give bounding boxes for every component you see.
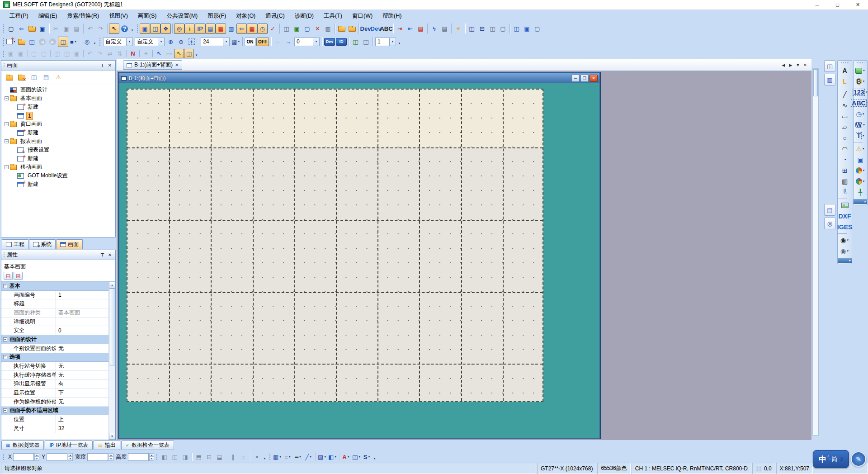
rectangle-tool[interactable]: ▭	[839, 111, 851, 122]
pin-icon[interactable]: ⊢	[99, 251, 106, 259]
toolbar-grip[interactable]	[2, 24, 5, 33]
sidebar-tab-screen[interactable]: 画面	[56, 239, 83, 249]
tree-item[interactable]: 新建	[1, 154, 115, 163]
table-tool[interactable]: ⊞	[839, 165, 851, 176]
capture-object-tool[interactable]: ◉▼	[839, 235, 851, 246]
tree-collapse-icon[interactable]: −	[5, 165, 9, 169]
chevron-down-icon[interactable]: ▼	[126, 38, 132, 46]
tree-item[interactable]: 1	[1, 111, 115, 120]
data-import-button[interactable]: ⇐	[236, 24, 247, 34]
zoom-out-button[interactable]: ⊖	[176, 37, 186, 47]
stepper-down-icon[interactable]: ▼	[149, 457, 154, 461]
tab-data-browser[interactable]: ▦数据浏览器	[1, 441, 44, 450]
scroll-down-icon[interactable]: ▼	[109, 433, 115, 440]
screen-property-button[interactable]: ◫	[27, 37, 37, 47]
lamp-object[interactable]: B▼	[854, 76, 866, 87]
stepper-down-icon[interactable]: ▼	[34, 457, 39, 461]
cascade-windows-button[interactable]: ◫	[467, 24, 477, 34]
cursor-default-button[interactable]: ↖	[154, 49, 164, 58]
prop-expand-all-button[interactable]: ⊞	[14, 272, 23, 280]
toolbar-grip[interactable]	[269, 453, 271, 461]
cursor-object-button[interactable]: ▭	[164, 49, 174, 58]
polyline-tool[interactable]: ∿	[839, 100, 851, 111]
toolbar-grip[interactable]	[2, 453, 5, 461]
zoom-in-button[interactable]: ⊕	[165, 37, 176, 47]
toolbar-grip[interactable]	[156, 453, 158, 461]
state-number-combo[interactable]: 0▼	[294, 38, 320, 46]
tree-collapse-icon[interactable]: −	[5, 122, 9, 126]
menu-item-画面[interactable]: 画面(S)	[133, 10, 162, 22]
shape-color-button[interactable]: S▼	[362, 452, 372, 462]
tree-collapse-icon[interactable]: −	[5, 96, 9, 100]
device-search-panel-button[interactable]: ◎	[824, 218, 835, 229]
stepper-up-icon[interactable]: ▲	[68, 453, 73, 457]
device-search-button[interactable]: ◎	[174, 24, 184, 34]
scrolling-text-object[interactable]: T▼	[854, 130, 866, 141]
tree-item[interactable]: −窗口画面	[1, 120, 115, 128]
open-project-wizard-button[interactable]: ⇐	[16, 24, 27, 34]
screen-export-button[interactable]: ⇤	[405, 24, 415, 34]
edit-vertices-button[interactable]: N	[128, 49, 138, 58]
back-layer-button[interactable]: ◫	[361, 37, 371, 47]
close-icon[interactable]: ✕	[106, 62, 113, 69]
panel-grip[interactable]	[3, 252, 5, 258]
property-value[interactable]	[56, 318, 108, 326]
tab-pin-button[interactable]: ▼	[794, 62, 802, 69]
menu-item-工具[interactable]: 工具(T)	[319, 10, 347, 22]
mdi-maximize-button[interactable]: ❐	[580, 75, 589, 82]
select-cursor-button[interactable]: ↖	[109, 24, 119, 34]
device-info-button[interactable]: i	[184, 24, 195, 34]
comment-display-object[interactable]: W▼	[854, 119, 866, 130]
line-width-button[interactable]: ━▼	[293, 452, 303, 462]
ime-tool-icon[interactable]: ✎	[851, 451, 866, 467]
tab-close-button[interactable]: ✕	[802, 62, 809, 69]
language-combo[interactable]: 自定义▼	[135, 38, 165, 46]
mdi-close-button[interactable]: ✕	[590, 75, 598, 82]
id-display-toggle[interactable]: ID	[336, 38, 347, 46]
alarm-display-button[interactable]: ▦	[216, 24, 226, 34]
new-screen-button[interactable]: ▼	[6, 37, 16, 47]
stepper-down-icon[interactable]: ▼	[108, 457, 113, 461]
tree-item[interactable]: GOT Mobile设置	[1, 171, 115, 180]
property-row[interactable]: 执行站号切换无	[1, 362, 108, 371]
graph-object[interactable]: ▼	[854, 165, 866, 176]
property-row[interactable]: 作为操作权的排他控制无	[1, 398, 108, 407]
toolbar-grip[interactable]	[99, 37, 101, 46]
switch-object[interactable]: ▼	[854, 65, 866, 76]
library-open-button[interactable]	[336, 24, 347, 34]
property-group-header[interactable]: −画面手势不适用区域	[1, 407, 108, 416]
selection-frame-button[interactable]: ▢	[302, 24, 312, 34]
tree-item[interactable]: 画面的设计	[1, 85, 115, 94]
cursor-window-button[interactable]: ◫	[184, 49, 194, 58]
restore-windows-button[interactable]: ▣	[522, 24, 532, 34]
properties-scrollbar[interactable]: ▲ ▼	[108, 282, 115, 440]
property-value[interactable]: 无	[56, 371, 108, 379]
coord-input-高度[interactable]	[128, 453, 149, 461]
screen-design-canvas[interactable]	[127, 89, 543, 402]
tile-vertical-button[interactable]: ◫	[487, 24, 498, 34]
group-collapse-icon[interactable]: −	[3, 408, 7, 412]
comment-display-button[interactable]: ▤	[41, 72, 52, 83]
coord-input-X[interactable]	[13, 453, 34, 461]
front-layer-button[interactable]: ◫	[350, 37, 361, 47]
device-comment-button[interactable]: ▤	[205, 24, 216, 34]
slider-object[interactable]: ╀	[854, 187, 866, 198]
property-row[interactable]: 画面的种类基本画面	[1, 308, 108, 318]
window-preview-button[interactable]: ◫	[281, 24, 292, 34]
toolbar-grip[interactable]	[856, 62, 864, 64]
sidebar-tab-project[interactable]: 工程	[2, 239, 28, 249]
tab-scroll-right-button[interactable]: ▶	[787, 62, 794, 69]
coord-input-Y[interactable]	[47, 453, 67, 461]
property-row[interactable]: 位置上	[1, 415, 108, 424]
new-project-button[interactable]: ▢	[6, 24, 16, 34]
chevron-down-icon[interactable]: ▼	[223, 38, 229, 46]
screen-image-panel-button[interactable]: ▤	[824, 204, 835, 216]
tab-ip-address-list[interactable]: IPIP地址一览表	[45, 441, 93, 450]
frame-color-button[interactable]: ◫▼	[351, 452, 362, 462]
device-find-button[interactable]: Dev	[360, 24, 371, 34]
tab-data-check-list[interactable]: ✓数据检查一览表	[121, 441, 174, 450]
hint-lamp-button[interactable]: ☀	[453, 24, 463, 34]
tab-output[interactable]: ▤输出	[94, 441, 120, 450]
menu-item-帮助[interactable]: 帮助(H)	[377, 10, 406, 22]
meter-object[interactable]: ▼	[854, 176, 866, 187]
